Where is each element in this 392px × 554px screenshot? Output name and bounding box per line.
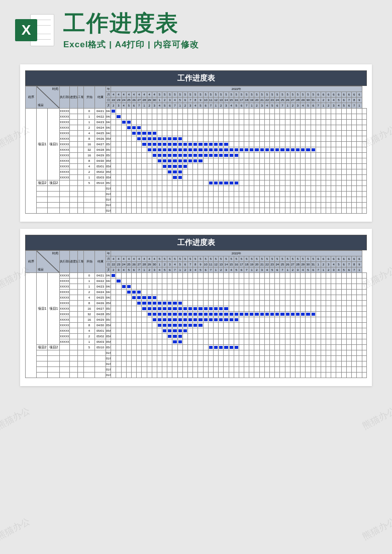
task-dur: 1 <box>84 114 95 120</box>
task-name: XXXXXX <box>60 142 70 147</box>
hdr-dur: 工期 <box>78 251 84 273</box>
task-start: 04/29 <box>95 317 106 323</box>
task-dur: 5 <box>84 180 95 186</box>
task-dur: 4 <box>84 328 95 334</box>
task-end: 05/15 <box>106 317 111 323</box>
task-row: XXXXXX405/0105/05 <box>26 164 367 169</box>
task-dur: 8 <box>84 158 95 164</box>
task-row: XXXXXX204/2404/26 <box>26 125 367 131</box>
task-dur: 2 <box>84 290 95 295</box>
task-end: 04/24 <box>106 120 111 125</box>
task-start: 04/28 <box>95 147 106 153</box>
task-row: XXXXXX205/0205/04 <box>26 334 367 339</box>
task-end: 05/15 <box>106 345 111 350</box>
project-sub: 项目1 <box>48 109 60 180</box>
hdr-desc: 进度描述 <box>70 251 78 273</box>
hdr-program: 程序 <box>26 86 37 109</box>
task-end: 05/30 <box>106 312 111 317</box>
task-start: 04/22 <box>95 279 106 284</box>
task-row: XXXXXX104/2304/24 <box>26 284 367 290</box>
hdr-year-label: 年 <box>106 86 111 92</box>
watermark: 熊猫办公 <box>0 515 32 543</box>
task-name: XXXXXX <box>60 175 70 180</box>
task-end: 04/21 <box>106 273 111 279</box>
excel-x-letter: X <box>15 19 37 41</box>
task-end: 04/29 <box>106 295 111 301</box>
task-row: 项目1项目1XXXXXX004/2104/21 <box>26 109 367 114</box>
task-name: XXXXXX <box>60 284 70 290</box>
task-start: 04/21 <box>95 273 106 279</box>
task-row: XXXXXX804/2605/04 <box>26 136 367 142</box>
empty-row: 01/00 <box>26 373 367 378</box>
page-title: 工作进度表 <box>63 11 377 35</box>
task-name: XXXXXX <box>60 158 70 164</box>
empty-row: 01/00 <box>26 192 367 197</box>
task-start: 04/21 <box>95 109 106 114</box>
task-dur: 16 <box>84 142 95 147</box>
empty-row: 01/00 <box>26 356 367 361</box>
task-start: 04/23 <box>95 120 106 125</box>
task-start: 05/10 <box>95 180 106 186</box>
task-name: XXXXXX <box>60 109 70 114</box>
task-name: XXXXXX <box>60 136 70 142</box>
task-row: XXXXXX1604/2905/15 <box>26 153 367 158</box>
task-dur: 1 <box>84 339 95 345</box>
task-dur: 16 <box>84 306 95 312</box>
task-end: 05/15 <box>106 180 111 186</box>
task-name: XXXXXX <box>60 153 70 158</box>
hdr-year-label: 年 <box>106 251 111 256</box>
task-start: 05/10 <box>95 345 106 350</box>
task-row: XXXXXX3204/2805/30 <box>26 147 367 153</box>
task-end: 05/04 <box>106 301 111 306</box>
task-row: XXXXXX804/2605/04 <box>26 301 367 306</box>
task-row: XXXXXX205/0205/04 <box>26 169 367 175</box>
task-name: XXXXXX <box>60 317 70 323</box>
task-row: XXXXXX804/3005/08 <box>26 158 367 164</box>
task-start: 05/02 <box>95 169 106 175</box>
watermark: 熊猫办公 <box>360 405 392 432</box>
task-end: 05/04 <box>106 175 111 180</box>
task-row: XXXXXX404/2504/29 <box>26 131 367 136</box>
task-row: XXXXXX405/0105/05 <box>26 328 367 334</box>
task-dur: 2 <box>84 125 95 131</box>
project-sub: 项目2 <box>48 180 60 186</box>
task-row: XXXXXX1604/2705/13 <box>26 142 367 147</box>
task-dur: 0 <box>84 273 95 279</box>
task-dur: 1 <box>84 175 95 180</box>
program-column <box>26 273 37 378</box>
task-name: XXXXXX <box>60 339 70 345</box>
task-end: 05/05 <box>106 164 111 169</box>
task-start: 04/24 <box>95 125 106 131</box>
project-group: 项目2 <box>37 345 48 350</box>
task-name: XXXXXX <box>60 295 70 301</box>
task-row: XXXXXX804/3005/08 <box>26 323 367 328</box>
task-start: 05/01 <box>95 164 106 169</box>
program-column <box>26 109 37 214</box>
task-row: XXXXXX105/0305/04 <box>26 175 367 180</box>
task-end: 04/26 <box>106 125 111 131</box>
task-name: XXXXXX <box>60 147 70 153</box>
task-end: 04/21 <box>106 109 111 114</box>
task-dur: 4 <box>84 164 95 169</box>
task-name: XXXXXX <box>60 306 70 312</box>
sheet-title: 工作进度表 <box>25 70 367 86</box>
task-row: XXXXXX404/2504/29 <box>26 295 367 301</box>
task-start: 04/26 <box>95 301 106 306</box>
task-start: 04/27 <box>95 306 106 312</box>
task-name: XXXXXX <box>60 323 70 328</box>
task-start: 04/25 <box>95 295 106 301</box>
task-start: 05/01 <box>95 328 106 334</box>
empty-row: 01/00 <box>26 197 367 203</box>
task-dur: 8 <box>84 323 95 328</box>
task-end: 04/24 <box>106 284 111 290</box>
task-end: 04/22 <box>106 279 111 284</box>
empty-row: 01/00 <box>26 367 367 373</box>
task-name: XXXXXX <box>60 301 70 306</box>
hdr-end: 结束 <box>95 86 106 109</box>
hdr-end: 结束 <box>95 251 106 273</box>
empty-row: 01/00 <box>26 208 367 214</box>
project-group: 项目2 <box>37 180 48 186</box>
task-dur: 1 <box>84 279 95 284</box>
gantt-table: 程序时间项目执行部门/负责人进度描述工期开始结束年2022年月444444444… <box>25 86 367 214</box>
task-end: 05/04 <box>106 334 111 339</box>
